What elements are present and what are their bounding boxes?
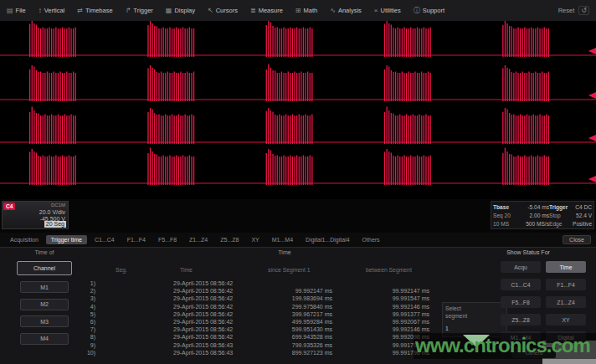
col-header-between: between Segment — [366, 267, 412, 273]
trigger-level: 52.4 V — [573, 213, 592, 218]
since-segment-1: 299.975840 ms — [251, 304, 332, 310]
status-button-z5-z8[interactable]: Z5...Z8 — [501, 314, 541, 326]
menu-item-label: Support — [423, 7, 444, 14]
tab-acquisition[interactable]: Acquisition — [5, 235, 44, 244]
menu-item-file[interactable]: ▤File — [7, 7, 26, 14]
menu-right: Reset ↺ — [558, 6, 589, 15]
seg-time: 29-April-2015 08:56:42 — [173, 304, 233, 310]
close-button[interactable]: Close — [563, 235, 591, 244]
status-button-f5-f8[interactable]: F5...F8 — [501, 296, 541, 308]
menu-item-cursors[interactable]: ↖Cursors — [208, 7, 238, 14]
status-button-c1-c4[interactable]: C1...C4 — [501, 279, 541, 290]
tab-others[interactable]: Others — [357, 235, 385, 244]
menu-item-label: File — [16, 7, 26, 14]
channel-scale: 20.0 V/div — [39, 209, 65, 215]
menu-item-label: Measure — [259, 7, 283, 14]
tab-trigger-time[interactable]: Trigger time — [46, 235, 87, 244]
menu-item-timebase[interactable]: ⇄Timebase — [77, 7, 112, 14]
tab-c1-c4[interactable]: C1...C4 — [90, 235, 120, 244]
tbase-value: -5.04 ms — [516, 204, 549, 210]
seg-number: 9) — [79, 342, 95, 348]
menu-item-label: Analysis — [338, 7, 362, 14]
timebase-trigger-descriptor[interactable]: Tbase -5.04 ms Trigger C4 DC Seq 20 2.00… — [491, 201, 594, 229]
tab-m1-m4[interactable]: M1...M4 — [267, 235, 298, 244]
menu-item-utilities[interactable]: ×Utilities — [374, 7, 401, 14]
reset-icon[interactable]: ↺ — [578, 6, 589, 15]
menu-item-label: Math — [304, 7, 318, 14]
between-segment: 99.991547 ms — [350, 295, 429, 301]
m2-button[interactable]: M2 — [20, 299, 69, 310]
col-header-time: Time — [180, 267, 193, 273]
seg-number: 1) — [79, 280, 95, 286]
section-title: Time — [201, 249, 368, 255]
seg-number: 5) — [79, 311, 95, 317]
menu-item-label: Display — [174, 7, 195, 14]
file-icon: ▤ — [7, 8, 13, 14]
menu-item-vertical[interactable]: ↕Vertical — [39, 7, 65, 14]
menu-item-measure[interactable]: ≣Measure — [250, 7, 283, 14]
m1-button[interactable]: M1 — [20, 281, 69, 293]
trigger-slope: Positive — [573, 221, 592, 227]
menu-item-analysis[interactable]: ∿Analysis — [330, 7, 362, 14]
menu-item-math[interactable]: ⊞Math — [295, 7, 317, 14]
timebase-icon: ⇄ — [77, 8, 83, 14]
col-header-since: since Segment 1 — [268, 267, 311, 273]
select-segment-box[interactable]: Select segment 1 — [442, 302, 507, 337]
menu-item-label: Trigger — [133, 7, 152, 14]
menu-item-label: Timebase — [85, 7, 113, 14]
tab-bar: AcquisitionTrigger timeC1...C4F1...F4F5.… — [0, 233, 596, 248]
status-button-xy[interactable]: XY — [546, 314, 586, 326]
m4-button[interactable]: M4 — [20, 333, 69, 345]
menu-item-trigger[interactable]: ↱Trigger — [126, 7, 153, 14]
menu-item-label: Vertical — [44, 7, 65, 14]
between-segment: 99.991377 ms — [350, 311, 429, 317]
trigger-label: Trigger — [549, 204, 573, 210]
tdiv-value: 2.00 ms — [516, 213, 549, 218]
reset-button[interactable]: Reset — [558, 7, 575, 14]
tab-z1-z4[interactable]: Z1...Z4 — [184, 235, 213, 244]
tab-digital1-digital4[interactable]: Digital1...Digital4 — [301, 235, 355, 244]
seg-time: 29-April-2015 08:56:42 — [173, 288, 233, 294]
tab-f1-f4[interactable]: F1...F4 — [122, 235, 151, 244]
status-button-time[interactable]: Time — [546, 261, 586, 273]
seg-time: 29-April-2015 08:56:42 — [173, 311, 233, 317]
channel-descriptor-c4[interactable]: C4 DC1M 20.0 V/div -45.500 V 20 Seg — [2, 201, 69, 229]
channel-button[interactable]: Channel — [17, 261, 72, 275]
menu-item-label: Cursors — [216, 7, 238, 14]
status-button-acqu[interactable]: Acqu — [501, 261, 541, 273]
menu-item-display[interactable]: ▦Display — [166, 7, 195, 14]
tab-xy[interactable]: XY — [246, 235, 264, 244]
tab-z5-z8[interactable]: Z5...Z8 — [215, 235, 244, 244]
since-segment-1: 499.959284 ms — [251, 319, 332, 325]
show-status-for-label: Show Status For — [465, 249, 591, 255]
measure-icon: ≣ — [250, 8, 256, 14]
tabs: AcquisitionTrigger timeC1...C4F1...F4F5.… — [5, 235, 385, 244]
seg-number: 3) — [79, 295, 95, 301]
menu-bar: ▤File↕Vertical⇄Timebase↱Trigger▦Display↖… — [0, 0, 596, 22]
trigger-source: C4 DC — [573, 204, 592, 210]
tab-f5-f8[interactable]: F5...F8 — [153, 235, 182, 244]
analysis-icon: ∿ — [330, 8, 336, 14]
seg-number: 4) — [79, 304, 95, 310]
watermark: www.cntronics.com — [415, 334, 590, 357]
between-segment: 99.992146 ms — [350, 326, 429, 332]
support-icon: ⓘ — [414, 8, 420, 14]
m3-button[interactable]: M3 — [20, 315, 69, 327]
status-button-f1-f4[interactable]: F1...F4 — [546, 279, 586, 290]
since-segment-1: 99.992147 ms — [251, 288, 332, 294]
segment-count-chip: 20 Seg — [44, 221, 66, 228]
menu-item-support[interactable]: ⓘSupport — [414, 7, 444, 14]
trigger-type: Edge — [549, 221, 573, 227]
descriptor-bar: C4 DC1M 20.0 V/div -45.500 V 20 Seg Tbas… — [0, 199, 596, 233]
waveform-display[interactable] — [0, 21, 596, 199]
since-segment-1: 799.935326 ms — [251, 342, 332, 348]
status-button-z1-z4[interactable]: Z1...Z4 — [546, 296, 586, 308]
vertical-icon: ↕ — [39, 8, 42, 14]
seg-time: 29-April-2015 08:56:42 — [173, 334, 233, 340]
select-segment-label: Select segment — [445, 305, 480, 320]
since-segment-1: 599.951430 ms — [251, 326, 332, 332]
since-segment-1: 199.983694 ms — [251, 295, 332, 301]
math-icon: ⊞ — [295, 8, 301, 14]
samplerate-value: 500 MS/s — [516, 221, 549, 227]
display-icon: ▦ — [166, 8, 172, 14]
